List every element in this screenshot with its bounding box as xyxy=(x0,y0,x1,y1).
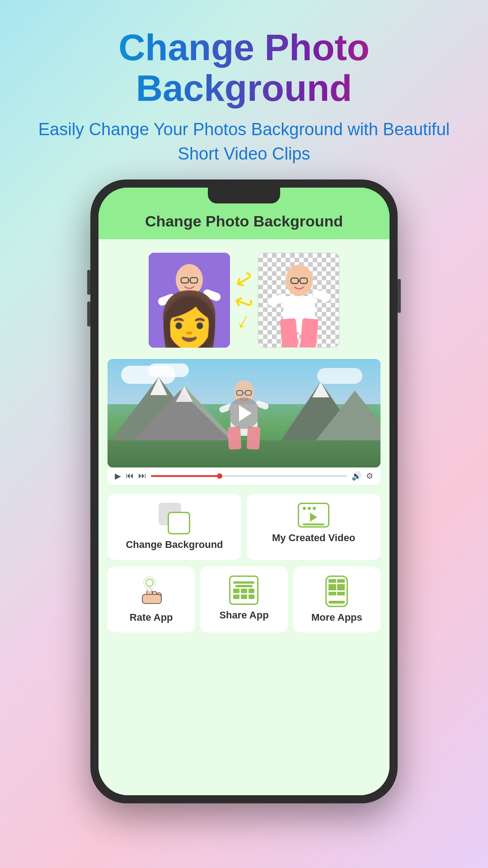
original-photo xyxy=(149,253,230,348)
progress-dot xyxy=(217,473,222,479)
video-player-container: ▶ ⏮ ⏭ 🔊 ⚙ xyxy=(108,359,380,485)
progress-fill xyxy=(151,475,220,477)
svg-rect-30 xyxy=(247,426,261,449)
play-pause-control[interactable]: ▶ xyxy=(115,471,121,481)
video-controls: ▶ ⏮ ⏭ 🔊 ⚙ xyxy=(108,467,380,485)
svg-rect-3 xyxy=(170,317,188,347)
play-button[interactable] xyxy=(228,397,260,429)
volume-control[interactable]: 🔊 xyxy=(352,471,361,481)
progress-bar[interactable] xyxy=(151,475,347,477)
video-player[interactable] xyxy=(108,359,380,467)
prev-control[interactable]: ⏮ xyxy=(126,471,134,481)
more-apps-icon xyxy=(325,576,348,607)
rate-app-button[interactable]: Rate App xyxy=(108,566,195,632)
main-buttons-grid: Change Background xyxy=(108,494,380,560)
next-control[interactable]: ⏭ xyxy=(138,471,146,481)
my-video-label: My Created Video xyxy=(272,532,355,544)
svg-rect-5 xyxy=(157,292,177,307)
share-label: Share App xyxy=(219,609,268,621)
rate-label: Rate App xyxy=(130,612,173,623)
secondary-buttons-grid: Rate App xyxy=(108,566,380,632)
svg-rect-29 xyxy=(228,426,242,449)
my-created-video-button[interactable]: My Created Video xyxy=(247,494,380,560)
settings-control[interactable]: ⚙ xyxy=(366,471,373,481)
notch xyxy=(208,188,280,203)
more-apps-button[interactable]: More Apps xyxy=(293,566,380,632)
change-background-button[interactable]: Change Background xyxy=(108,494,241,560)
svg-marker-26 xyxy=(312,382,329,397)
arrows: ↪ ↩ ↓ xyxy=(235,269,253,332)
phone-mockup: Change Photo Background xyxy=(90,179,398,803)
svg-rect-13 xyxy=(300,318,319,347)
svg-rect-12 xyxy=(280,318,298,347)
svg-rect-4 xyxy=(190,317,209,347)
removed-bg-photo xyxy=(258,253,339,348)
header-section: Change Photo Background Easily Change Yo… xyxy=(0,0,488,179)
subtitle: Easily Change Your Photos Background wit… xyxy=(18,118,470,165)
volume-down-button[interactable] xyxy=(87,302,90,326)
play-icon xyxy=(239,405,252,421)
volume-up-button[interactable] xyxy=(87,270,90,295)
rate-icon xyxy=(138,576,165,607)
svg-rect-40 xyxy=(142,594,161,604)
content-area: ↪ ↩ ↓ xyxy=(99,239,389,795)
change-bg-label: Change Background xyxy=(126,539,223,551)
change-bg-icon xyxy=(159,503,190,534)
power-button[interactable] xyxy=(398,279,401,313)
share-app-button[interactable]: Share App xyxy=(200,566,287,632)
main-title: Change Photo Background xyxy=(18,27,470,108)
svg-rect-6 xyxy=(202,288,222,302)
svg-point-42 xyxy=(146,579,153,586)
svg-rect-2 xyxy=(174,296,205,332)
photo-demo: ↪ ↩ ↓ xyxy=(108,248,380,352)
phone-screen: Change Photo Background xyxy=(99,188,389,795)
app-title: Change Photo Background xyxy=(112,212,376,230)
more-apps-label: More Apps xyxy=(311,612,362,623)
my-video-icon xyxy=(298,503,329,528)
share-icon xyxy=(229,576,258,605)
